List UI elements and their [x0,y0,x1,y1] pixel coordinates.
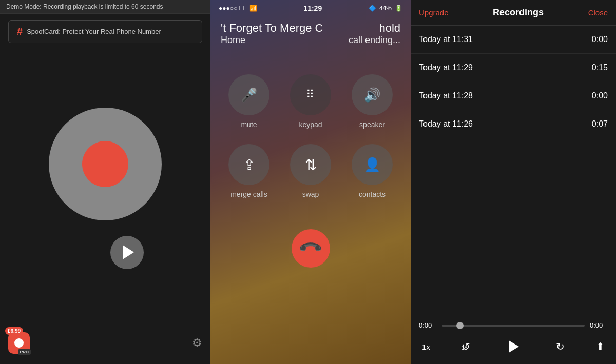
recording-duration-4: 0:07 [592,119,608,129]
speaker-label: speaker [359,120,385,129]
merge-calls-button[interactable]: ⇪ merge calls [226,144,272,198]
bottom-bar: £6.99 PRO ⚙ [0,327,210,364]
skip-back-button[interactable]: ↺ 15 [461,340,470,353]
bluetooth-icon: 🔷 [369,5,376,12]
end-call-button[interactable]: 📞 [292,229,330,268]
keypad-button[interactable]: ⠿ keypad [287,74,334,129]
contacts-circle: 👤 [352,144,393,185]
playback-play-icon [509,340,519,353]
keypad-circle: ⠿ [290,74,331,115]
battery-icon: 🔋 [395,5,402,12]
speaker-circle: 🔊 [352,74,393,115]
demo-bar: Demo Mode: Recording playback is limited… [0,0,210,14]
recording-duration-1: 0:00 [592,35,608,44]
call-buttons-grid: 🎤 mute ⠿ keypad 🔊 speaker ⇪ merge calls [210,49,411,209]
battery-info: 🔷 44% 🔋 [369,5,402,12]
pro-badge[interactable]: £6.99 PRO [8,332,30,354]
record-button[interactable] [49,108,162,220]
settings-icon[interactable]: ⚙ [192,336,202,350]
call-subtitle: Home [221,35,323,46]
merge-icon: ⇪ [243,156,255,173]
play-icon [123,245,134,259]
recordings-header: Upgrade Recordings Close [411,0,616,26]
pro-label: PRO [18,349,31,355]
merge-label: merge calls [230,190,267,198]
mute-circle: 🎤 [228,74,270,115]
carrier-info: ●●●○○ EE 📶 [219,5,257,12]
recording-date-1: Today at 11:31 [419,35,473,44]
wifi-icon: 📶 [249,5,257,12]
speed-label[interactable]: 1x [422,342,430,351]
call-ending-text: call ending... [349,35,400,46]
contacts-label: contacts [359,190,386,198]
swap-circle: ⇅ [290,144,331,185]
mute-label: mute [241,120,257,129]
battery-level: 44% [379,5,392,12]
skip-forward-icon: ↻ [556,340,565,353]
upgrade-button[interactable]: Upgrade [419,8,449,17]
end-call-icon: 📞 [298,235,324,261]
recordings-title: Recordings [493,7,544,18]
recording-date-4: Today at 11:26 [419,119,473,129]
progress-row: 0:00 0:00 [419,321,608,329]
merge-circle: ⇪ [228,144,270,185]
contacts-icon: 👤 [364,157,380,173]
end-call-area: 📞 [210,229,411,268]
end-time: 0:00 [590,321,608,329]
close-button[interactable]: Close [588,8,608,17]
record-area [49,49,162,327]
keypad-icon: ⠿ [306,88,315,102]
playback-bar: 0:00 0:00 1x ↺ 15 ↻ ⬆ [411,315,616,364]
spoofcard-banner[interactable]: # SpoofCard: Protect Your Real Phone Num… [8,20,202,43]
left-panel: Demo Mode: Recording playback is limited… [0,0,210,364]
mute-button[interactable]: 🎤 mute [226,74,272,129]
start-time: 0:00 [419,321,437,329]
playback-play-button[interactable] [502,335,524,358]
clock: 11:29 [303,4,322,12]
middle-panel: ●●●○○ EE 📶 11:29 🔷 44% 🔋 't Forget To Me… [210,0,411,364]
recording-item-3[interactable]: Today at 11:28 0:00 [411,82,616,110]
keypad-label: keypad [299,120,322,129]
call-info: 't Forget To Merge C Home hold call endi… [210,16,411,49]
share-button[interactable]: ⬆ [596,340,605,353]
swap-button[interactable]: ⇅ swap [287,144,334,198]
call-right-info: hold call ending... [349,22,400,46]
recording-date-3: Today at 11:28 [419,91,473,100]
record-dot [82,141,128,187]
recording-date-2: Today at 11:29 [419,63,473,72]
recording-duration-2: 0:15 [592,63,608,72]
spoofcard-text: SpoofCard: Protect Your Real Phone Numbe… [27,28,161,35]
playback-controls: 1x ↺ 15 ↻ ⬆ [419,335,608,358]
right-panel: Upgrade Recordings Close Today at 11:31 … [411,0,616,364]
swap-icon: ⇅ [305,156,317,173]
progress-thumb[interactable] [456,322,464,329]
speaker-icon: 🔊 [364,87,380,103]
recordings-list: Today at 11:31 0:00 Today at 11:29 0:15 … [411,26,616,315]
recording-item-1[interactable]: Today at 11:31 0:00 [411,26,616,54]
recording-item-2[interactable]: Today at 11:29 0:15 [411,54,616,82]
progress-track[interactable] [442,325,585,327]
call-left-info: 't Forget To Merge C Home [221,22,323,46]
swap-label: swap [302,190,319,198]
skip-back-value: 15 [461,345,467,351]
skip-forward-button[interactable]: ↻ [556,340,565,353]
call-title: 't Forget To Merge C [221,22,323,35]
pro-dot [14,338,24,348]
contacts-button[interactable]: 👤 contacts [349,144,395,198]
status-bar: ●●●○○ EE 📶 11:29 🔷 44% 🔋 [210,0,411,16]
recording-duration-3: 0:00 [592,91,608,100]
hold-text: hold [379,22,400,35]
demo-bar-text: Demo Mode: Recording playback is limited… [6,3,163,10]
recording-item-4[interactable]: Today at 11:26 0:07 [411,110,616,138]
mute-icon: 🎤 [241,87,257,103]
play-button[interactable] [110,236,144,269]
speaker-button[interactable]: 🔊 speaker [349,74,395,129]
carrier-text: ●●●○○ EE [219,5,247,12]
price-badge: £6.99 [5,327,23,335]
hash-icon: # [17,26,23,37]
